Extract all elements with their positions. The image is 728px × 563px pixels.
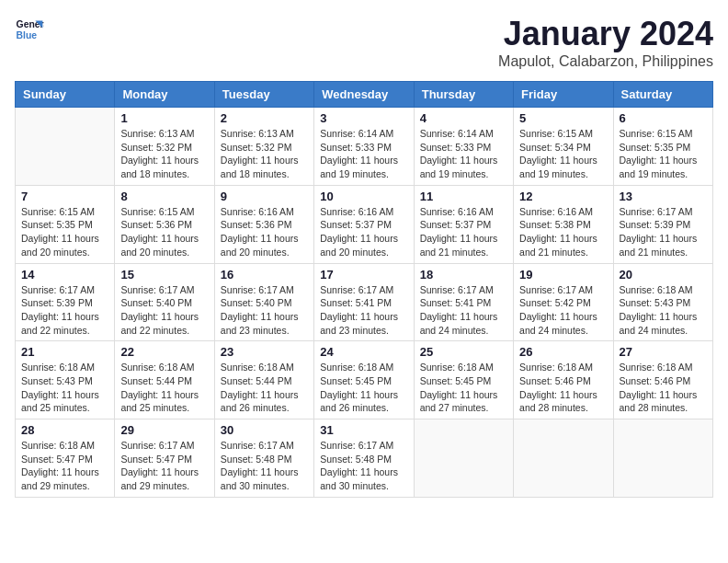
calendar-cell: 12Sunrise: 6:16 AM Sunset: 5:38 PM Dayli… (514, 185, 613, 263)
day-info: Sunrise: 6:17 AM Sunset: 5:40 PM Dayligh… (221, 283, 308, 338)
day-info: Sunrise: 6:18 AM Sunset: 5:45 PM Dayligh… (320, 361, 407, 415)
col-header-sunday: Sunday (16, 82, 115, 108)
day-info: Sunrise: 6:13 AM Sunset: 5:32 PM Dayligh… (221, 127, 308, 181)
calendar-cell: 23Sunrise: 6:18 AM Sunset: 5:44 PM Dayli… (214, 341, 313, 419)
day-number: 9 (221, 190, 308, 203)
calendar-cell: 7Sunrise: 6:15 AM Sunset: 5:35 PM Daylig… (16, 185, 115, 263)
logo-icon: General Blue (15, 15, 44, 44)
day-number: 2 (221, 111, 308, 125)
day-info: Sunrise: 6:18 AM Sunset: 5:43 PM Dayligh… (21, 361, 108, 415)
calendar-cell: 20Sunrise: 6:18 AM Sunset: 5:43 PM Dayli… (613, 263, 712, 341)
col-header-saturday: Saturday (613, 82, 712, 108)
title-block: January 2024 Mapulot, Calabarzon, Philip… (498, 15, 713, 70)
calendar-cell: 31Sunrise: 6:17 AM Sunset: 5:48 PM Dayli… (314, 419, 414, 498)
day-number: 1 (120, 111, 208, 125)
calendar-cell: 24Sunrise: 6:18 AM Sunset: 5:45 PM Dayli… (314, 341, 414, 419)
day-number: 13 (620, 190, 707, 203)
col-header-friday: Friday (514, 82, 613, 108)
calendar-cell: 5Sunrise: 6:15 AM Sunset: 5:34 PM Daylig… (514, 108, 613, 186)
calendar-cell: 9Sunrise: 6:16 AM Sunset: 5:36 PM Daylig… (214, 185, 313, 263)
calendar-cell: 3Sunrise: 6:14 AM Sunset: 5:33 PM Daylig… (314, 108, 414, 186)
day-info: Sunrise: 6:18 AM Sunset: 5:46 PM Dayligh… (620, 361, 707, 415)
col-header-tuesday: Tuesday (214, 82, 313, 108)
day-info: Sunrise: 6:17 AM Sunset: 5:39 PM Dayligh… (620, 205, 707, 259)
day-number: 8 (120, 190, 208, 203)
calendar-cell: 25Sunrise: 6:18 AM Sunset: 5:45 PM Dayli… (414, 341, 513, 419)
logo: General Blue (15, 15, 44, 44)
calendar-cell: 2Sunrise: 6:13 AM Sunset: 5:32 PM Daylig… (214, 108, 313, 186)
day-info: Sunrise: 6:17 AM Sunset: 5:42 PM Dayligh… (519, 283, 607, 338)
day-info: Sunrise: 6:18 AM Sunset: 5:44 PM Dayligh… (221, 361, 308, 415)
day-info: Sunrise: 6:14 AM Sunset: 5:33 PM Dayligh… (320, 127, 407, 181)
calendar-cell: 1Sunrise: 6:13 AM Sunset: 5:32 PM Daylig… (115, 108, 214, 186)
calendar-cell: 13Sunrise: 6:17 AM Sunset: 5:39 PM Dayli… (613, 185, 712, 263)
day-number: 25 (420, 345, 507, 359)
day-number: 26 (519, 345, 607, 359)
calendar-cell (414, 419, 513, 498)
day-info: Sunrise: 6:14 AM Sunset: 5:33 PM Dayligh… (420, 127, 507, 181)
col-header-thursday: Thursday (414, 82, 513, 108)
calendar-cell: 22Sunrise: 6:18 AM Sunset: 5:44 PM Dayli… (115, 341, 214, 419)
day-number: 12 (519, 190, 607, 203)
day-number: 20 (620, 268, 707, 282)
calendar-cell (613, 419, 712, 498)
day-number: 5 (519, 111, 607, 125)
day-info: Sunrise: 6:17 AM Sunset: 5:40 PM Dayligh… (120, 283, 208, 338)
calendar-cell: 28Sunrise: 6:18 AM Sunset: 5:47 PM Dayli… (16, 419, 115, 498)
day-number: 7 (21, 190, 108, 203)
day-info: Sunrise: 6:16 AM Sunset: 5:38 PM Dayligh… (519, 205, 607, 259)
day-number: 18 (420, 268, 507, 282)
day-number: 15 (120, 268, 208, 282)
day-number: 17 (320, 268, 407, 282)
day-number: 21 (21, 345, 108, 359)
calendar-cell: 8Sunrise: 6:15 AM Sunset: 5:36 PM Daylig… (115, 185, 214, 263)
calendar-body: 1Sunrise: 6:13 AM Sunset: 5:32 PM Daylig… (16, 108, 713, 498)
day-number: 30 (221, 423, 308, 437)
day-info: Sunrise: 6:13 AM Sunset: 5:32 PM Dayligh… (120, 127, 208, 181)
week-row-1: 1Sunrise: 6:13 AM Sunset: 5:32 PM Daylig… (16, 108, 713, 186)
day-number: 28 (21, 423, 108, 437)
day-number: 22 (120, 345, 208, 359)
calendar-cell: 14Sunrise: 6:17 AM Sunset: 5:39 PM Dayli… (16, 263, 115, 341)
calendar-header: SundayMondayTuesdayWednesdayThursdayFrid… (16, 82, 713, 108)
day-number: 6 (620, 111, 707, 125)
calendar-cell (514, 419, 613, 498)
day-number: 10 (320, 190, 407, 203)
day-number: 31 (320, 423, 407, 437)
day-number: 16 (221, 268, 308, 282)
day-number: 23 (221, 345, 308, 359)
day-info: Sunrise: 6:16 AM Sunset: 5:36 PM Dayligh… (221, 205, 308, 259)
day-info: Sunrise: 6:17 AM Sunset: 5:48 PM Dayligh… (221, 439, 308, 493)
day-info: Sunrise: 6:17 AM Sunset: 5:48 PM Dayligh… (320, 439, 407, 493)
day-info: Sunrise: 6:18 AM Sunset: 5:46 PM Dayligh… (519, 361, 607, 415)
page-title: January 2024 (498, 15, 713, 53)
calendar-cell: 27Sunrise: 6:18 AM Sunset: 5:46 PM Dayli… (613, 341, 712, 419)
page-header: General Blue January 2024 Mapulot, Calab… (15, 15, 713, 70)
week-row-2: 7Sunrise: 6:15 AM Sunset: 5:35 PM Daylig… (16, 185, 713, 263)
header-row: SundayMondayTuesdayWednesdayThursdayFrid… (16, 82, 713, 108)
calendar-cell: 15Sunrise: 6:17 AM Sunset: 5:40 PM Dayli… (115, 263, 214, 341)
calendar-cell: 11Sunrise: 6:16 AM Sunset: 5:37 PM Dayli… (414, 185, 513, 263)
day-info: Sunrise: 6:17 AM Sunset: 5:41 PM Dayligh… (320, 283, 407, 338)
day-number: 27 (620, 345, 707, 359)
day-info: Sunrise: 6:15 AM Sunset: 5:35 PM Dayligh… (21, 205, 108, 259)
day-info: Sunrise: 6:17 AM Sunset: 5:39 PM Dayligh… (21, 283, 108, 338)
calendar-cell: 10Sunrise: 6:16 AM Sunset: 5:37 PM Dayli… (314, 185, 414, 263)
day-info: Sunrise: 6:16 AM Sunset: 5:37 PM Dayligh… (320, 205, 407, 259)
day-info: Sunrise: 6:18 AM Sunset: 5:45 PM Dayligh… (420, 361, 507, 415)
calendar-cell: 21Sunrise: 6:18 AM Sunset: 5:43 PM Dayli… (16, 341, 115, 419)
day-info: Sunrise: 6:18 AM Sunset: 5:43 PM Dayligh… (620, 283, 707, 338)
day-info: Sunrise: 6:17 AM Sunset: 5:41 PM Dayligh… (420, 283, 507, 338)
col-header-wednesday: Wednesday (314, 82, 414, 108)
calendar-cell: 17Sunrise: 6:17 AM Sunset: 5:41 PM Dayli… (314, 263, 414, 341)
day-info: Sunrise: 6:15 AM Sunset: 5:34 PM Dayligh… (519, 127, 607, 181)
day-info: Sunrise: 6:18 AM Sunset: 5:44 PM Dayligh… (120, 361, 208, 415)
calendar-cell: 19Sunrise: 6:17 AM Sunset: 5:42 PM Dayli… (514, 263, 613, 341)
day-info: Sunrise: 6:18 AM Sunset: 5:47 PM Dayligh… (21, 439, 108, 493)
calendar-cell: 30Sunrise: 6:17 AM Sunset: 5:48 PM Dayli… (214, 419, 313, 498)
day-number: 29 (120, 423, 208, 437)
day-number: 14 (21, 268, 108, 282)
day-number: 3 (320, 111, 407, 125)
calendar-cell: 6Sunrise: 6:15 AM Sunset: 5:35 PM Daylig… (613, 108, 712, 186)
calendar-cell: 29Sunrise: 6:17 AM Sunset: 5:47 PM Dayli… (115, 419, 214, 498)
